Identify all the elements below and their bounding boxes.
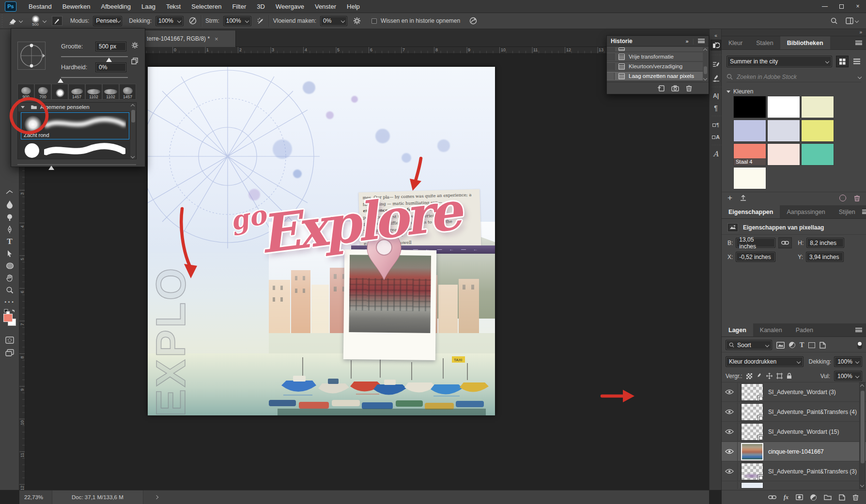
new-preset-icon[interactable] bbox=[131, 58, 138, 64]
grootte-slider[interactable] bbox=[61, 56, 128, 57]
kleuren-section-header[interactable]: Kleuren bbox=[727, 88, 753, 95]
x-field[interactable]: -0,52 inches bbox=[736, 252, 775, 262]
dock-brush-settings-icon[interactable] bbox=[711, 59, 721, 70]
library-swatch[interactable] bbox=[733, 120, 766, 142]
smoothing-gear-icon[interactable] bbox=[353, 17, 361, 25]
preview-size-slider-thumb[interactable] bbox=[48, 166, 54, 170]
brush-preset-cell[interactable]: 1102 bbox=[102, 84, 119, 100]
layer-thumbnail[interactable] bbox=[741, 403, 763, 421]
filter-toggle[interactable] bbox=[857, 341, 862, 349]
link-layers-icon[interactable] bbox=[768, 495, 776, 500]
lock-all-icon[interactable] bbox=[787, 373, 792, 379]
layer-visibility-eye-icon[interactable] bbox=[722, 382, 738, 401]
menu-afbeelding[interactable]: Afbeelding bbox=[96, 0, 136, 13]
library-swatch[interactable] bbox=[801, 96, 834, 118]
smudge-tool-icon[interactable] bbox=[0, 186, 19, 198]
brush-item-hard-rond[interactable]: Hard rond bbox=[21, 141, 129, 159]
strm-dropdown[interactable]: 100% bbox=[223, 16, 251, 26]
dock-character-icon[interactable]: A| bbox=[711, 91, 721, 101]
wissen-historie-checkbox[interactable] bbox=[371, 18, 377, 24]
filter-shape-layers-icon[interactable] bbox=[808, 342, 815, 348]
doc-size-info[interactable]: Doc: 37,1 M/133,6 M bbox=[52, 490, 143, 504]
layer-visibility-eye-icon[interactable] bbox=[722, 422, 738, 441]
new-group-folder-icon[interactable] bbox=[824, 494, 832, 500]
menu-tekst[interactable]: Tekst bbox=[161, 0, 186, 13]
lock-position-icon[interactable] bbox=[766, 373, 773, 379]
menu-venster[interactable]: Venster bbox=[309, 0, 341, 13]
library-swatch[interactable] bbox=[767, 96, 800, 118]
history-step[interactable]: Kleurtoon/verzadiging bbox=[607, 62, 703, 71]
maximize-button[interactable] bbox=[833, 0, 850, 13]
layer-row[interactable]: SI_Adventure_Wordart (3) bbox=[722, 382, 866, 402]
blur-tool-icon[interactable] bbox=[0, 199, 19, 210]
tab-aanpassingen[interactable]: Aanpassingen bbox=[780, 205, 832, 218]
library-swatch[interactable] bbox=[767, 120, 800, 142]
brush-settings-panel-toggle[interactable] bbox=[52, 16, 62, 26]
dock-paragraph-styles-icon[interactable]: A bbox=[711, 149, 721, 159]
close-button[interactable]: × bbox=[850, 0, 866, 13]
menu-help[interactable]: Help bbox=[341, 0, 365, 13]
screen-mode-icon[interactable] bbox=[0, 347, 19, 358]
library-swatch[interactable] bbox=[767, 143, 800, 166]
layer-thumbnail[interactable] bbox=[741, 443, 763, 460]
history-step-partial[interactable] bbox=[607, 47, 703, 52]
expand-dock-icon[interactable]: « bbox=[711, 30, 721, 41]
menu-weergave[interactable]: Weergave bbox=[270, 0, 309, 13]
airbrush-icon[interactable] bbox=[256, 16, 265, 25]
layers-menu-icon[interactable] bbox=[855, 323, 866, 336]
grootte-input[interactable]: 500 px bbox=[95, 42, 126, 51]
brush-preset-cell[interactable]: 1457 bbox=[119, 84, 136, 100]
brush-item-zacht-rond[interactable]: Zacht rond bbox=[21, 112, 129, 139]
upload-icon[interactable] bbox=[740, 195, 746, 201]
hardheid-input[interactable]: 0% bbox=[95, 62, 126, 72]
filter-type-layers-icon[interactable]: T bbox=[800, 341, 804, 349]
history-panel-header[interactable]: Historie » | bbox=[607, 36, 709, 46]
filter-adjustment-layers-icon[interactable] bbox=[789, 342, 795, 348]
dock-character-styles-icon[interactable]: A bbox=[711, 132, 721, 142]
tab-lagen[interactable]: Lagen bbox=[722, 323, 753, 336]
library-swatch-staal4[interactable]: Staal 4 bbox=[733, 143, 766, 166]
brush-preset-cell[interactable]: 900 bbox=[17, 84, 34, 100]
grid-view-icon[interactable] bbox=[836, 56, 849, 67]
modus-dropdown[interactable]: Penseel bbox=[93, 16, 122, 26]
history-menu-icon[interactable] bbox=[698, 39, 705, 43]
brush-preset-cell-selected[interactable] bbox=[51, 84, 68, 100]
hand-tool-icon[interactable] bbox=[0, 272, 19, 284]
add-library-item-icon[interactable]: + bbox=[727, 195, 732, 201]
layer-row-selected[interactable]: cinque-terre-1041667 bbox=[722, 442, 866, 461]
libraries-menu-icon[interactable] bbox=[855, 36, 866, 49]
layer-row[interactable]: SI_Adventure_Wordart (15) bbox=[722, 422, 866, 442]
layer-thumbnail[interactable] bbox=[741, 423, 763, 441]
snapshot-camera-icon[interactable] bbox=[671, 85, 679, 92]
tab-stalen[interactable]: Stalen bbox=[749, 36, 780, 49]
history-scrollbar[interactable] bbox=[703, 47, 708, 82]
properties-menu-icon[interactable] bbox=[862, 205, 866, 218]
pressure-size-icon[interactable] bbox=[469, 16, 478, 25]
menu-3d[interactable]: 3D bbox=[251, 0, 270, 13]
preview-size-slider[interactable] bbox=[17, 164, 136, 165]
hardheid-slider[interactable] bbox=[61, 77, 128, 78]
layer-row-partial[interactable] bbox=[722, 482, 866, 489]
layer-visibility-eye-icon[interactable] bbox=[722, 462, 738, 481]
delete-layer-trash-icon[interactable] bbox=[852, 494, 859, 501]
y-field[interactable]: 3,94 inches bbox=[806, 252, 844, 262]
eraser-preset-chevron-icon[interactable] bbox=[19, 19, 23, 23]
add-layer-mask-icon[interactable] bbox=[796, 494, 803, 500]
minimize-button[interactable]: — bbox=[817, 0, 833, 13]
brush-list-scrollbar[interactable] bbox=[130, 103, 136, 159]
dodge-tool-icon[interactable] bbox=[0, 212, 19, 223]
layer-visibility-eye-icon[interactable] bbox=[722, 402, 738, 421]
menu-laag[interactable]: Laag bbox=[136, 0, 161, 13]
width-field[interactable]: 13,05 inches bbox=[736, 238, 775, 248]
brush-popup-gear-icon[interactable] bbox=[131, 42, 139, 49]
lock-transparency-icon[interactable] bbox=[746, 373, 752, 379]
collapse-panels-icon[interactable]: » bbox=[859, 30, 862, 35]
path-selection-tool-icon[interactable] bbox=[0, 248, 19, 260]
history-collapse-icon[interactable]: » bbox=[686, 38, 689, 44]
layer-visibility-eye-icon[interactable] bbox=[722, 442, 738, 461]
fill-dropdown[interactable]: 100% bbox=[834, 371, 862, 381]
library-select-dropdown[interactable]: Summer in the city bbox=[727, 56, 832, 67]
search-icon[interactable] bbox=[830, 17, 838, 25]
delete-library-item-icon[interactable] bbox=[854, 195, 860, 201]
vloeiend-dropdown[interactable]: 0% bbox=[320, 16, 347, 26]
